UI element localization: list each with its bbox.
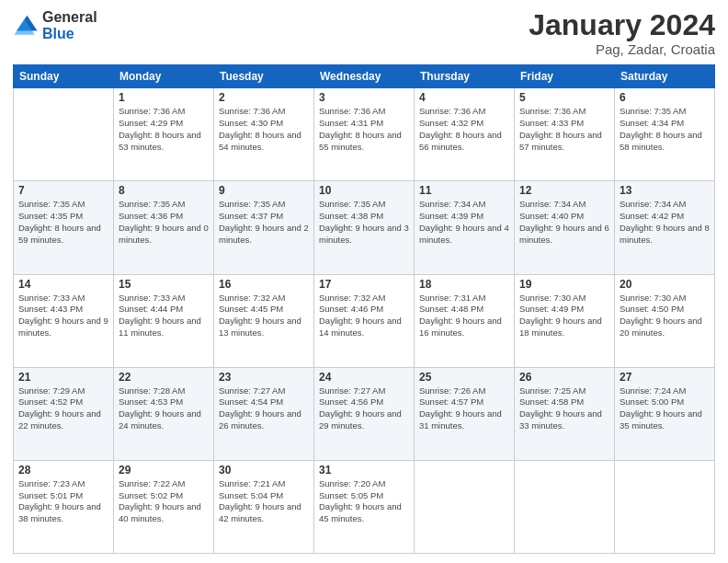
- cell-date-number: 6: [620, 91, 710, 104]
- calendar-cell: 31Sunrise: 7:20 AMSunset: 5:05 PMDayligh…: [314, 460, 415, 553]
- cell-info: Sunrise: 7:36 AMSunset: 4:31 PMDaylight:…: [319, 106, 409, 153]
- cell-date-number: 15: [119, 278, 209, 291]
- calendar-cell: [615, 460, 715, 553]
- cell-date-number: 18: [419, 278, 509, 291]
- cell-date-number: 11: [419, 184, 509, 197]
- cell-info: Sunrise: 7:35 AMSunset: 4:34 PMDaylight:…: [620, 106, 710, 153]
- cell-info: Sunrise: 7:25 AMSunset: 4:58 PMDaylight:…: [519, 385, 609, 432]
- calendar-cell: 3Sunrise: 7:36 AMSunset: 4:31 PMDaylight…: [314, 88, 415, 181]
- calendar-week-3: 14Sunrise: 7:33 AMSunset: 4:43 PMDayligh…: [14, 274, 715, 367]
- calendar-week-5: 28Sunrise: 7:23 AMSunset: 5:01 PMDayligh…: [14, 460, 715, 553]
- calendar-cell: 18Sunrise: 7:31 AMSunset: 4:48 PMDayligh…: [415, 274, 515, 367]
- cell-info: Sunrise: 7:36 AMSunset: 4:30 PMDaylight:…: [219, 106, 309, 153]
- calendar-week-2: 7Sunrise: 7:35 AMSunset: 4:35 PMDaylight…: [14, 181, 715, 274]
- title-block: January 2024 Pag, Zadar, Croatia: [529, 9, 715, 57]
- cell-date-number: 25: [419, 371, 509, 384]
- calendar-cell: 15Sunrise: 7:33 AMSunset: 4:44 PMDayligh…: [114, 274, 214, 367]
- calendar-cell: 19Sunrise: 7:30 AMSunset: 4:49 PMDayligh…: [515, 274, 615, 367]
- cell-info: Sunrise: 7:35 AMSunset: 4:38 PMDaylight:…: [319, 199, 409, 246]
- calendar-cell: 23Sunrise: 7:27 AMSunset: 4:54 PMDayligh…: [214, 367, 314, 460]
- cell-info: Sunrise: 7:27 AMSunset: 4:54 PMDaylight:…: [219, 385, 309, 432]
- cell-info: Sunrise: 7:26 AMSunset: 4:57 PMDaylight:…: [419, 385, 509, 432]
- col-monday: Monday: [114, 65, 214, 88]
- calendar-cell: 17Sunrise: 7:32 AMSunset: 4:46 PMDayligh…: [314, 274, 415, 367]
- calendar-cell: 7Sunrise: 7:35 AMSunset: 4:35 PMDaylight…: [14, 181, 114, 274]
- cell-info: Sunrise: 7:23 AMSunset: 5:01 PMDaylight:…: [18, 478, 108, 525]
- cell-info: Sunrise: 7:29 AMSunset: 4:52 PMDaylight:…: [18, 385, 108, 432]
- logo-icon: [13, 13, 39, 39]
- cell-date-number: 28: [18, 464, 108, 477]
- calendar-cell: 6Sunrise: 7:35 AMSunset: 4:34 PMDaylight…: [615, 88, 715, 181]
- calendar-cell: 22Sunrise: 7:28 AMSunset: 4:53 PMDayligh…: [114, 367, 214, 460]
- calendar-cell: 12Sunrise: 7:34 AMSunset: 4:40 PMDayligh…: [515, 181, 615, 274]
- cell-info: Sunrise: 7:24 AMSunset: 5:00 PMDaylight:…: [620, 385, 710, 432]
- calendar-cell: 14Sunrise: 7:33 AMSunset: 4:43 PMDayligh…: [14, 274, 114, 367]
- calendar-cell: [415, 460, 515, 553]
- cell-date-number: 24: [319, 371, 409, 384]
- cell-date-number: 5: [519, 91, 609, 104]
- calendar-cell: 27Sunrise: 7:24 AMSunset: 5:00 PMDayligh…: [615, 367, 715, 460]
- cell-date-number: 22: [119, 371, 209, 384]
- col-sunday: Sunday: [14, 65, 114, 88]
- cell-date-number: 26: [519, 371, 609, 384]
- calendar-cell: 29Sunrise: 7:22 AMSunset: 5:02 PMDayligh…: [114, 460, 214, 553]
- cell-date-number: 19: [519, 278, 609, 291]
- cell-info: Sunrise: 7:35 AMSunset: 4:35 PMDaylight:…: [18, 199, 108, 246]
- cell-info: Sunrise: 7:21 AMSunset: 5:04 PMDaylight:…: [219, 478, 309, 525]
- cell-date-number: 21: [18, 371, 108, 384]
- calendar-cell: 28Sunrise: 7:23 AMSunset: 5:01 PMDayligh…: [14, 460, 114, 553]
- cell-date-number: 16: [219, 278, 309, 291]
- col-tuesday: Tuesday: [214, 65, 314, 88]
- calendar-cell: [515, 460, 615, 553]
- cell-info: Sunrise: 7:34 AMSunset: 4:40 PMDaylight:…: [519, 199, 609, 246]
- cell-info: Sunrise: 7:30 AMSunset: 4:50 PMDaylight:…: [620, 293, 710, 339]
- calendar-cell: 1Sunrise: 7:36 AMSunset: 4:29 PMDaylight…: [114, 88, 214, 181]
- col-thursday: Thursday: [415, 65, 515, 88]
- cell-info: Sunrise: 7:34 AMSunset: 4:42 PMDaylight:…: [620, 199, 710, 246]
- cell-date-number: 8: [119, 184, 209, 197]
- cell-info: Sunrise: 7:35 AMSunset: 4:37 PMDaylight:…: [219, 199, 309, 246]
- cell-date-number: 17: [319, 278, 409, 291]
- calendar-cell: 11Sunrise: 7:34 AMSunset: 4:39 PMDayligh…: [415, 181, 515, 274]
- cell-date-number: 2: [219, 91, 309, 104]
- calendar-cell: [14, 88, 114, 181]
- cell-info: Sunrise: 7:33 AMSunset: 4:43 PMDaylight:…: [18, 293, 108, 339]
- calendar-cell: 13Sunrise: 7:34 AMSunset: 4:42 PMDayligh…: [615, 181, 715, 274]
- cell-date-number: 27: [620, 371, 710, 384]
- col-friday: Friday: [515, 65, 615, 88]
- main-title: January 2024: [529, 9, 715, 41]
- calendar-cell: 20Sunrise: 7:30 AMSunset: 4:50 PMDayligh…: [615, 274, 715, 367]
- cell-info: Sunrise: 7:32 AMSunset: 4:46 PMDaylight:…: [319, 293, 409, 339]
- calendar-cell: 24Sunrise: 7:27 AMSunset: 4:56 PMDayligh…: [314, 367, 415, 460]
- calendar-cell: 10Sunrise: 7:35 AMSunset: 4:38 PMDayligh…: [314, 181, 415, 274]
- page: General Blue January 2024 Pag, Zadar, Cr…: [0, 0, 728, 563]
- cell-info: Sunrise: 7:32 AMSunset: 4:45 PMDaylight:…: [219, 293, 309, 339]
- cell-date-number: 14: [18, 278, 108, 291]
- cell-info: Sunrise: 7:36 AMSunset: 4:29 PMDaylight:…: [119, 106, 209, 153]
- cell-date-number: 7: [18, 184, 108, 197]
- calendar-cell: 21Sunrise: 7:29 AMSunset: 4:52 PMDayligh…: [14, 367, 114, 460]
- col-saturday: Saturday: [615, 65, 715, 88]
- cell-info: Sunrise: 7:28 AMSunset: 4:53 PMDaylight:…: [119, 385, 209, 432]
- calendar-week-4: 21Sunrise: 7:29 AMSunset: 4:52 PMDayligh…: [14, 367, 715, 460]
- calendar-cell: 9Sunrise: 7:35 AMSunset: 4:37 PMDaylight…: [214, 181, 314, 274]
- cell-date-number: 1: [119, 91, 209, 104]
- cell-info: Sunrise: 7:36 AMSunset: 4:33 PMDaylight:…: [519, 106, 609, 153]
- header: General Blue January 2024 Pag, Zadar, Cr…: [13, 9, 715, 57]
- calendar-cell: 25Sunrise: 7:26 AMSunset: 4:57 PMDayligh…: [415, 367, 515, 460]
- cell-info: Sunrise: 7:36 AMSunset: 4:32 PMDaylight:…: [419, 106, 509, 153]
- logo: General Blue: [13, 9, 97, 41]
- calendar-cell: 30Sunrise: 7:21 AMSunset: 5:04 PMDayligh…: [214, 460, 314, 553]
- cell-date-number: 20: [620, 278, 710, 291]
- cell-date-number: 29: [119, 464, 209, 477]
- cell-date-number: 31: [319, 464, 409, 477]
- col-wednesday: Wednesday: [314, 65, 415, 88]
- logo-text: General Blue: [42, 9, 97, 41]
- cell-info: Sunrise: 7:30 AMSunset: 4:49 PMDaylight:…: [519, 293, 609, 339]
- cell-date-number: 4: [419, 91, 509, 104]
- cell-date-number: 10: [319, 184, 409, 197]
- calendar-header-row: Sunday Monday Tuesday Wednesday Thursday…: [14, 65, 715, 88]
- cell-date-number: 13: [620, 184, 710, 197]
- cell-date-number: 12: [519, 184, 609, 197]
- cell-info: Sunrise: 7:35 AMSunset: 4:36 PMDaylight:…: [119, 199, 209, 246]
